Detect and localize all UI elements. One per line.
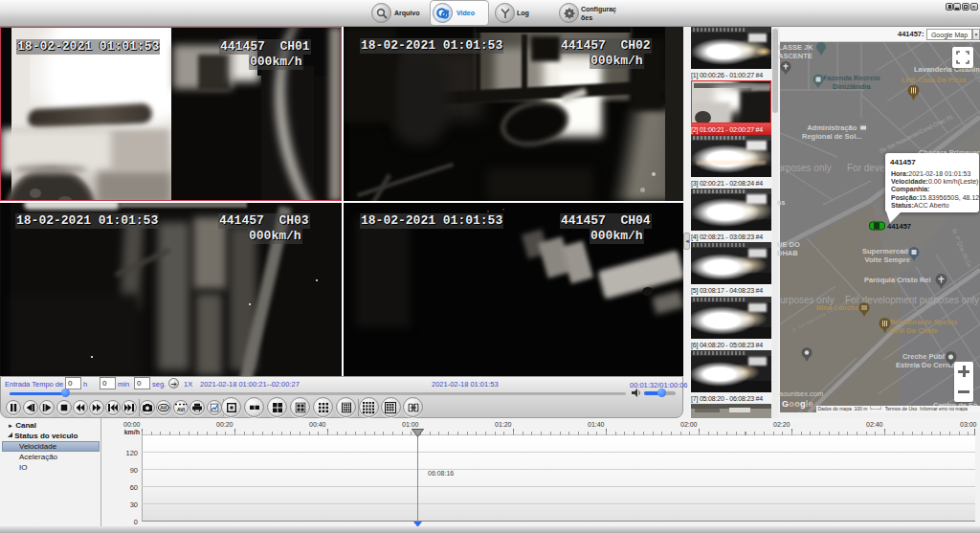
svg-text:AVI: AVI	[177, 407, 186, 412]
svg-text:AVI: AVI	[160, 406, 167, 411]
